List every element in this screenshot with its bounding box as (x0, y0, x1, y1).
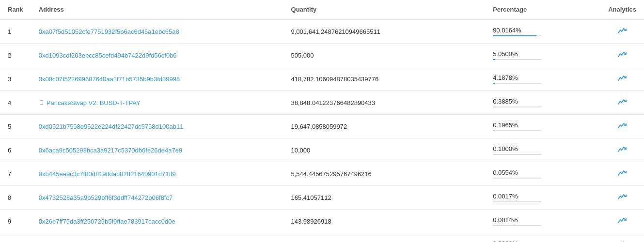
quantity-cell: 9,001,641.24876210949665511 (283, 19, 486, 44)
rank-cell: 5 (0, 115, 31, 138)
address-link[interactable]: 0xa07f5d51052cfe7751932f5b6ac6d45a1ebc65… (39, 28, 179, 35)
analytics-chart-icon[interactable] (618, 27, 627, 35)
table-row: 90x26e7ff75da3ff250729b5f9ffae783917cacc… (0, 210, 644, 233)
analytics-cell[interactable] (600, 233, 644, 242)
address-link[interactable]: 0x26e7ff75da3ff250729b5f9ffae783917cacc0… (39, 218, 175, 225)
rank-cell: 3 (0, 67, 31, 91)
address-link[interactable]: 0x4732528a35a9b529bff6f3ddff744272b06f8f… (39, 194, 173, 201)
rank-cell: 4 (0, 91, 31, 115)
rank-cell: 1 (0, 19, 31, 44)
percentage-cell: 5.0500% (485, 44, 600, 67)
address-cell: 0x6aca9c505293bca3a9217c5370db6fe26de4a7… (31, 138, 283, 162)
address-cell: 0x08c07f522699687640aa1f71b5735b9b3fd399… (31, 67, 283, 91)
percentage-cell: 0.0554% (485, 162, 600, 186)
percentage-cell: 0.0014% (485, 210, 600, 233)
pancake-label: 🗒PancakeSwap V2: BUSD-T-TPAY (39, 99, 276, 106)
analytics-chart-icon[interactable] (618, 75, 627, 83)
analytics-chart-icon[interactable] (618, 146, 627, 154)
table-row: 4🗒PancakeSwap V2: BUSD-T-TPAY38,848.0412… (0, 91, 644, 115)
rank-cell: 6 (0, 138, 31, 162)
analytics-cell[interactable] (600, 44, 644, 67)
col-percentage: Percentage (485, 0, 600, 19)
table-header-row: Rank Address Quantity Percentage Analyti… (0, 0, 644, 19)
pancake-link[interactable]: PancakeSwap V2: BUSD-T-TPAY (47, 99, 141, 106)
percentage-cell: 4.1878% (485, 67, 600, 91)
percentage-bar (493, 59, 495, 60)
percentage-bar (493, 35, 536, 36)
quantity-cell: 5,544.445675295767496216 (283, 162, 486, 186)
percentage-bar-container (493, 83, 541, 84)
percentage-cell: 0.0017% (485, 186, 600, 210)
address-cell: 0xa07f5d51052cfe7751932f5b6ac6d45a1ebc65… (31, 19, 283, 44)
col-analytics: Analytics (600, 0, 644, 19)
percentage-cell: 0.1000% (485, 138, 600, 162)
percentage-bar-container (493, 59, 541, 60)
address-link[interactable]: 0x08c07f522699687640aa1f71b5735b9b3fd399… (39, 76, 180, 83)
address-cell: 0xd1093cdf203ebcc85cefd494b7422d9fd56cf0… (31, 44, 283, 67)
address-link[interactable]: 0x6aca9c505293bca3a9217c5370db6fe26de4a7… (39, 147, 182, 154)
col-rank: Rank (0, 0, 31, 19)
address-cell: 0xe8fe3e65e94e20e7445ff74747a28c618366aa… (31, 233, 283, 242)
percentage-cell: 0.0008% (485, 233, 600, 242)
percentage-value: 0.0014% (493, 216, 593, 224)
percentage-bar-container (493, 201, 541, 202)
quantity-cell: 38,848.041223766482890433 (283, 91, 486, 115)
analytics-cell[interactable] (600, 138, 644, 162)
percentage-value: 90.0164% (493, 27, 593, 34)
analytics-chart-icon[interactable] (618, 217, 627, 225)
percentage-value: 0.1000% (493, 145, 593, 152)
address-cell: 0x4732528a35a9b529bff6f3ddff744272b06f8f… (31, 186, 283, 210)
col-quantity: Quantity (283, 0, 486, 19)
percentage-bar-container (493, 154, 541, 155)
table-body: 10xa07f5d51052cfe7751932f5b6ac6d45a1ebc6… (0, 19, 644, 242)
percentage-value: 5.0500% (493, 50, 593, 58)
address-cell: 0xb445ee9c3c7f80d819ffdab82821640901d71f… (31, 162, 283, 186)
analytics-cell[interactable] (600, 19, 644, 44)
quantity-cell: 143.98926918 (283, 210, 486, 233)
quantity-cell: 418,782.106094878035439776 (283, 67, 486, 91)
analytics-chart-icon[interactable] (618, 169, 627, 178)
analytics-cell[interactable] (600, 162, 644, 186)
percentage-bar-container (493, 106, 541, 107)
table-row: 100xe8fe3e65e94e20e7445ff74747a28c618366… (0, 233, 644, 242)
quantity-cell: 19,647.0858059972 (283, 115, 486, 138)
rank-cell: 7 (0, 162, 31, 186)
percentage-bar-container (493, 178, 541, 179)
quantity-cell: 505,000 (283, 44, 486, 67)
percentage-value: 0.1965% (493, 121, 593, 129)
percentage-cell: 90.0164% (485, 19, 600, 44)
holders-table: Rank Address Quantity Percentage Analyti… (0, 0, 644, 242)
percentage-bar (493, 83, 495, 84)
analytics-cell[interactable] (600, 67, 644, 91)
percentage-bar-container (493, 130, 541, 131)
analytics-chart-icon[interactable] (618, 122, 627, 130)
percentage-value: 4.1878% (493, 74, 593, 81)
analytics-chart-icon[interactable] (618, 51, 627, 59)
analytics-cell[interactable] (600, 91, 644, 115)
table-row: 60x6aca9c505293bca3a9217c5370db6fe26de4a… (0, 138, 644, 162)
percentage-value: 0.0017% (493, 193, 593, 200)
percentage-value: 0.0554% (493, 169, 593, 176)
document-icon: 🗒 (39, 99, 45, 106)
analytics-chart-icon[interactable] (618, 193, 627, 201)
table-row: 80x4732528a35a9b529bff6f3ddff744272b06f8… (0, 186, 644, 210)
address-link[interactable]: 0xd0521b7558e9522e224df22427dc5758d100ab… (39, 123, 184, 130)
analytics-chart-icon[interactable] (618, 98, 627, 106)
rank-cell: 2 (0, 44, 31, 67)
percentage-bar-container (493, 35, 541, 36)
percentage-bar-container (493, 225, 541, 226)
table-row: 70xb445ee9c3c7f80d819ffdab82821640901d71… (0, 162, 644, 186)
address-cell: 0xd0521b7558e9522e224df22427dc5758d100ab… (31, 115, 283, 138)
percentage-value: 0.0008% (493, 240, 593, 242)
address-link[interactable]: 0xd1093cdf203ebcc85cefd494b7422d9fd56cf0… (39, 52, 177, 59)
analytics-cell[interactable] (600, 210, 644, 233)
quantity-cell: 78.95386134 (283, 233, 486, 242)
table-row: 30x08c07f522699687640aa1f71b5735b9b3fd39… (0, 67, 644, 91)
analytics-cell[interactable] (600, 186, 644, 210)
address-cell: 🗒PancakeSwap V2: BUSD-T-TPAY (31, 91, 283, 115)
col-address: Address (31, 0, 283, 19)
rank-cell: 10 (0, 233, 31, 242)
analytics-cell[interactable] (600, 115, 644, 138)
percentage-value: 0.3885% (493, 98, 593, 105)
address-link[interactable]: 0xb445ee9c3c7f80d819ffdab82821640901d71f… (39, 170, 176, 178)
